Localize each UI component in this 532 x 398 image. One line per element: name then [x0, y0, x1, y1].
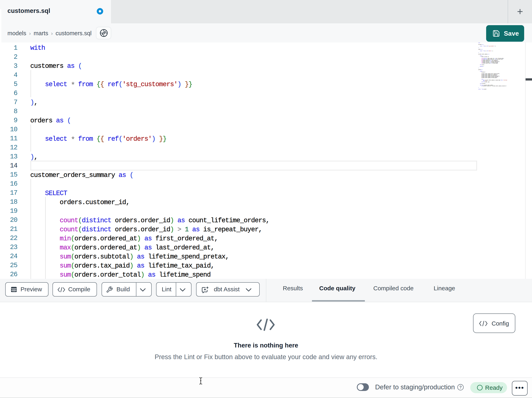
svg-text:?: ?	[459, 385, 462, 389]
